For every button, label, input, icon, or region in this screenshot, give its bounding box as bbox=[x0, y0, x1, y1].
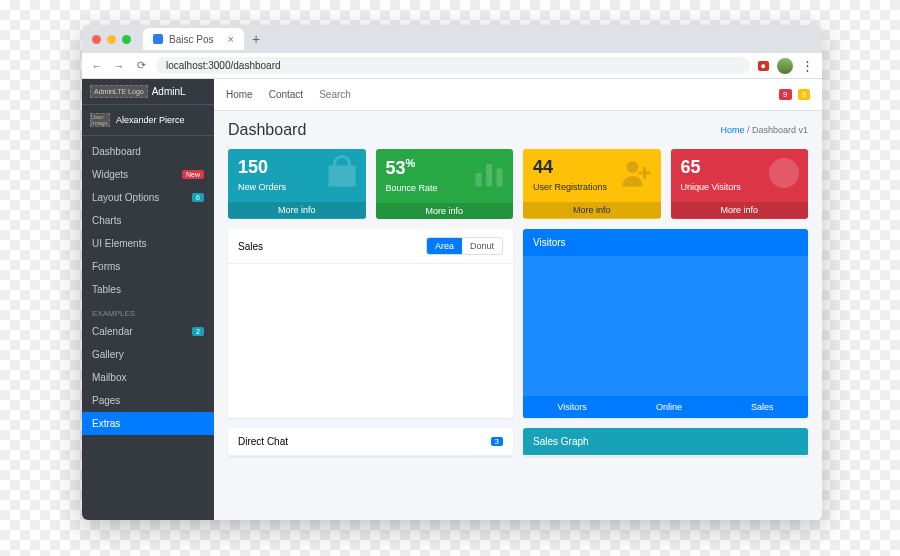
sidebar-item-label: UI Elements bbox=[92, 238, 146, 249]
close-tab-button[interactable]: × bbox=[227, 33, 233, 45]
stat-bounce-rate[interactable]: 53% Bounce Rate More info bbox=[376, 149, 514, 219]
sidebar-item-label: Gallery bbox=[92, 349, 124, 360]
sidebar-nav: Dashboard WidgetsNew Layout Options6 Cha… bbox=[82, 136, 214, 439]
card-title: Direct Chat bbox=[238, 436, 288, 447]
stat-more-link[interactable]: More info bbox=[376, 203, 514, 219]
sidebar-item-label: Pages bbox=[92, 395, 120, 406]
sidebar-item-label: Tables bbox=[92, 284, 121, 295]
tab-donut[interactable]: Donut bbox=[462, 238, 502, 254]
breadcrumb-current: Dashboard v1 bbox=[752, 125, 808, 135]
sidebar-item-gallery[interactable]: Gallery bbox=[82, 343, 214, 366]
stat-new-orders[interactable]: 150 New Orders More info bbox=[228, 149, 366, 219]
sidebar: AdminLTE Logo AdminL User Image Alexande… bbox=[82, 79, 214, 520]
user-add-icon bbox=[619, 155, 655, 195]
card-title: Visitors bbox=[533, 237, 566, 248]
topbar-home-link[interactable]: Home bbox=[226, 89, 253, 100]
address-bar[interactable]: localhost:3000/dashboard bbox=[156, 57, 750, 74]
browser-toolbar: ← → ⟳ localhost:3000/dashboard ● ⋮ bbox=[82, 53, 822, 79]
new-tab-button[interactable]: + bbox=[252, 31, 260, 47]
user-panel[interactable]: User Image Alexander Pierce bbox=[82, 105, 214, 136]
topbar: Home Contact 9 3 bbox=[214, 79, 822, 111]
extension-badge[interactable]: ● bbox=[758, 61, 769, 71]
card-title: Sales bbox=[238, 241, 263, 252]
svg-rect-1 bbox=[486, 164, 492, 187]
topbar-notif-yellow[interactable]: 3 bbox=[798, 89, 810, 100]
sidebar-item-tables[interactable]: Tables bbox=[82, 278, 214, 301]
sidebar-item-forms[interactable]: Forms bbox=[82, 255, 214, 278]
visitors-card: Visitors Visitors Online Sales bbox=[523, 229, 808, 418]
tab-area[interactable]: Area bbox=[427, 238, 462, 254]
browser-menu-button[interactable]: ⋮ bbox=[801, 58, 814, 73]
sidebar-item-extras[interactable]: Extras bbox=[82, 412, 214, 435]
breadcrumb-home[interactable]: Home bbox=[720, 125, 744, 135]
page-title: Dashboard bbox=[228, 121, 306, 139]
sales-graph-card: Sales Graph bbox=[523, 428, 808, 456]
visitors-ft-label: Sales bbox=[751, 402, 774, 412]
sidebar-item-label: Layout Options bbox=[92, 192, 159, 203]
stat-more-link[interactable]: More info bbox=[228, 202, 366, 218]
sidebar-item-label: Calendar bbox=[92, 326, 133, 337]
close-window-button[interactable] bbox=[92, 35, 101, 44]
direct-chat-card: Direct Chat 3 bbox=[228, 428, 513, 456]
bag-icon bbox=[324, 155, 360, 195]
sidebar-item-ui[interactable]: UI Elements bbox=[82, 232, 214, 255]
browser-window: Baisc Pos × + ← → ⟳ localhost:3000/dashb… bbox=[82, 25, 822, 520]
sales-chart-body bbox=[228, 264, 513, 404]
back-button[interactable]: ← bbox=[90, 60, 104, 72]
sales-tabs: Area Donut bbox=[426, 237, 503, 255]
sidebar-item-layout[interactable]: Layout Options6 bbox=[82, 186, 214, 209]
brand-logo-placeholder: AdminLTE Logo bbox=[90, 85, 148, 98]
topbar-contact-link[interactable]: Contact bbox=[269, 89, 303, 100]
sidebar-item-charts[interactable]: Charts bbox=[82, 209, 214, 232]
url-text: localhost:3000/dashboard bbox=[166, 60, 281, 71]
brand-header[interactable]: AdminLTE Logo AdminL bbox=[82, 79, 214, 105]
sidebar-badge: 2 bbox=[192, 327, 204, 336]
search-input[interactable] bbox=[319, 89, 399, 100]
sidebar-badge: New bbox=[182, 170, 204, 179]
sidebar-item-mailbox[interactable]: Mailbox bbox=[82, 366, 214, 389]
window-controls bbox=[92, 35, 131, 44]
visitors-ft-label: Online bbox=[656, 402, 682, 412]
topbar-notif-red[interactable]: 9 bbox=[779, 89, 791, 100]
cards-row: Sales Area Donut Visitors Visitors Onlin… bbox=[214, 219, 822, 418]
stat-more-link[interactable]: More info bbox=[671, 202, 809, 218]
sidebar-item-label: Dashboard bbox=[92, 146, 141, 157]
sidebar-item-label: Charts bbox=[92, 215, 121, 226]
sidebar-section-header: EXAMPLES bbox=[82, 301, 214, 320]
sidebar-item-calendar[interactable]: Calendar2 bbox=[82, 320, 214, 343]
svg-rect-2 bbox=[497, 169, 503, 187]
favicon-icon bbox=[153, 34, 163, 44]
sales-card: Sales Area Donut bbox=[228, 229, 513, 418]
sidebar-item-label: Extras bbox=[92, 418, 120, 429]
minimize-window-button[interactable] bbox=[107, 35, 116, 44]
visitors-ft-label: Visitors bbox=[558, 402, 587, 412]
cards-row-2: Direct Chat 3 Sales Graph bbox=[214, 418, 822, 466]
maximize-window-button[interactable] bbox=[122, 35, 131, 44]
forward-button[interactable]: → bbox=[112, 60, 126, 72]
chat-count-badge: 3 bbox=[491, 437, 503, 446]
stat-unique-visitors[interactable]: 65 Unique Visitors More info bbox=[671, 149, 809, 219]
sidebar-item-label: Forms bbox=[92, 261, 120, 272]
page-header: Dashboard Home / Dashboard v1 bbox=[214, 111, 822, 149]
app-root: AdminLTE Logo AdminL User Image Alexande… bbox=[82, 79, 822, 520]
sidebar-item-widgets[interactable]: WidgetsNew bbox=[82, 163, 214, 186]
sidebar-item-pages[interactable]: Pages bbox=[82, 389, 214, 412]
sidebar-item-label: Widgets bbox=[92, 169, 128, 180]
card-title: Sales Graph bbox=[533, 436, 589, 447]
tab-title: Baisc Pos bbox=[169, 34, 213, 45]
stat-user-registrations[interactable]: 44 User Registrations More info bbox=[523, 149, 661, 219]
breadcrumb: Home / Dashboard v1 bbox=[720, 125, 808, 135]
visitors-footer: Visitors Online Sales bbox=[523, 396, 808, 418]
user-image-placeholder: User Image bbox=[90, 113, 110, 127]
reload-button[interactable]: ⟳ bbox=[134, 59, 148, 72]
browser-tab[interactable]: Baisc Pos × bbox=[143, 28, 244, 50]
visitors-map-body bbox=[523, 256, 808, 396]
svg-point-3 bbox=[626, 161, 638, 173]
sidebar-badge: 6 bbox=[192, 193, 204, 202]
browser-tabstrip: Baisc Pos × + bbox=[82, 25, 822, 53]
profile-avatar[interactable] bbox=[777, 58, 793, 74]
sidebar-item-dashboard[interactable]: Dashboard bbox=[82, 140, 214, 163]
stat-more-link[interactable]: More info bbox=[523, 202, 661, 218]
brand-text: AdminL bbox=[152, 86, 186, 97]
stat-boxes: 150 New Orders More info 53% Bounce Rate… bbox=[214, 149, 822, 219]
